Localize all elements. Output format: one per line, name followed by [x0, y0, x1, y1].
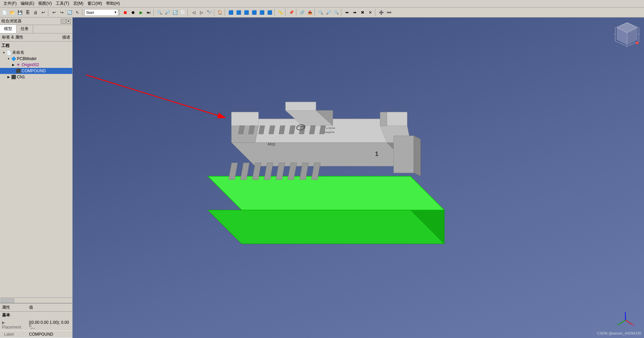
- panel-close-button[interactable]: ✕: [66, 19, 71, 24]
- menu-file[interactable]: 文件(F): [1, 0, 19, 7]
- svg-marker-13: [231, 142, 411, 166]
- view-front-button[interactable]: 🟦: [227, 9, 234, 16]
- sep4: [153, 9, 155, 16]
- close-all-button[interactable]: ✖: [359, 9, 366, 16]
- tree-section-label: 工程: [0, 42, 72, 49]
- props-val-placement[interactable]: [(0.00 0.00 1.00); 0.00 °;...: [27, 320, 72, 330]
- view-box-button[interactable]: 🔭: [205, 9, 213, 16]
- zoom-fit2-button[interactable]: 🔍: [317, 9, 324, 16]
- attach-button[interactable]: 📌: [288, 9, 295, 16]
- zoom-out2-button[interactable]: 🔍: [332, 9, 340, 16]
- toolbar: 📄 📂 💾 🗄 🖨 ↩ ↩ ↪ 🔄 ↖ Start ▾ ⏹ ⏺ ▶ ⏭ 🔍 🔎 …: [0, 7, 644, 18]
- tree-label-unnamed: 未命名: [12, 50, 24, 55]
- view-right-button[interactable]: 🟦: [258, 9, 266, 16]
- left-panel: 组合浏览器 □ ✕ 模型 任务 标签 & 属性 描述 工程 ▾ �: [0, 18, 73, 338]
- view-back-button[interactable]: 🟦: [235, 9, 242, 16]
- menubar: 文件(F) 编辑(E) 视图(V) 工具(T) 宏(M) 窗口(W) 帮助(H): [0, 0, 644, 7]
- tree-item-cn1[interactable]: ▶ ⬛ CN1: [0, 74, 72, 80]
- print-button[interactable]: 🖨: [32, 9, 39, 16]
- macro-rec-button[interactable]: ⏺: [129, 9, 137, 16]
- open-button[interactable]: 📂: [8, 9, 16, 16]
- add-button[interactable]: ➕: [377, 9, 385, 16]
- props-row-label: Label COMPOUND: [0, 331, 72, 338]
- props-key-placement: ▶ Placement: [0, 320, 27, 330]
- svg-line-50: [619, 320, 625, 324]
- svg-marker-16: [231, 126, 258, 142]
- svg-line-48: [625, 320, 632, 324]
- menu-help[interactable]: 帮助(H): [104, 0, 122, 7]
- h-scroll[interactable]: [0, 297, 72, 303]
- view-left-button[interactable]: 🟦: [266, 9, 273, 16]
- view-bottom-button[interactable]: 🟦: [250, 9, 258, 16]
- tree-item-unnamed[interactable]: ▾ 📄 未命名: [0, 49, 72, 56]
- svg-text:MX5: MX5: [267, 142, 276, 147]
- panel-controls: □ ✕: [61, 19, 71, 24]
- pointer-button[interactable]: ↖: [74, 9, 81, 16]
- measure-button[interactable]: 📏: [277, 9, 284, 16]
- back2-button[interactable]: ⬅: [343, 9, 351, 16]
- tree-toggle-origin[interactable]: ▶: [11, 62, 16, 67]
- svg-marker-41: [394, 136, 414, 173]
- h-scroll-thumb[interactable]: [1, 298, 14, 303]
- forward-button[interactable]: ▷: [198, 9, 205, 16]
- svg-text:←: ←: [614, 33, 616, 36]
- tree-item-compound[interactable]: ⬛ COMPOUND: [0, 68, 72, 74]
- menu-window[interactable]: 窗口(W): [85, 0, 104, 7]
- menu-tools[interactable]: 工具(T): [54, 0, 71, 7]
- tree-item-pcbmodel[interactable]: ▾ 🔷 PCBModel: [0, 56, 72, 62]
- tree-toggle-cn1[interactable]: ▶: [6, 75, 11, 79]
- tree-label-cn1: CN1: [17, 75, 25, 79]
- step-button[interactable]: ⏭: [145, 9, 152, 16]
- svg-text:↑: ↑: [626, 45, 627, 48]
- viewport[interactable]: ↑ ← →: [73, 18, 644, 338]
- document-icon: 📄: [6, 50, 11, 55]
- link-button[interactable]: 🔗: [298, 9, 306, 16]
- forward2-button[interactable]: ➡: [351, 9, 358, 16]
- sep10: [296, 9, 297, 16]
- tree-toggle-unnamed[interactable]: ▾: [1, 50, 6, 55]
- saveas-button[interactable]: 🗄: [24, 9, 31, 16]
- tree-label-pcbmodel: PCBModel: [17, 56, 36, 61]
- zoom-in-button[interactable]: 🔎: [164, 9, 171, 16]
- sep1: [48, 9, 49, 16]
- props-val-label[interactable]: COMPOUND: [27, 332, 72, 337]
- menu-edit[interactable]: 编辑(E): [19, 0, 36, 7]
- zoom-in2-button[interactable]: 🔎: [325, 9, 332, 16]
- remove-button[interactable]: ➖: [385, 9, 393, 16]
- svg-marker-40: [380, 112, 387, 126]
- close2-button[interactable]: ✕: [367, 9, 374, 16]
- tree-item-origin[interactable]: ▶ ✳ Origin002: [0, 62, 72, 68]
- tab-bar: 模型 任务: [0, 25, 72, 33]
- tree-toggle-pcbmodel[interactable]: ▾: [6, 56, 11, 61]
- svg-text:Y: Y: [617, 323, 619, 327]
- box-zoom-button[interactable]: ⬜: [179, 9, 187, 16]
- undo-button[interactable]: ↩: [50, 9, 58, 16]
- orbit-button[interactable]: 🔃: [171, 9, 179, 16]
- restore-button[interactable]: □: [61, 19, 66, 24]
- new-button[interactable]: 📄: [1, 9, 8, 16]
- zoom-fit-button[interactable]: 🔍: [156, 9, 163, 16]
- back-button[interactable]: ◁: [190, 9, 197, 16]
- pcb-3d-scene: MX5 LCEDA EasyEDA 1: [191, 58, 461, 261]
- sep3: [119, 9, 121, 16]
- tab-model[interactable]: 模型: [0, 25, 17, 33]
- panel-title: 组合浏览器: [1, 18, 22, 24]
- macro-play-button[interactable]: ▶: [137, 9, 145, 16]
- start-dropdown[interactable]: Start ▾: [84, 9, 118, 16]
- stop-button[interactable]: ⏹: [122, 9, 129, 16]
- view-home-button[interactable]: 🏠: [216, 9, 224, 16]
- tree-toggle-compound[interactable]: [11, 69, 16, 73]
- sep7: [225, 9, 226, 16]
- export-button[interactable]: 📤: [306, 9, 314, 16]
- view-top-button[interactable]: 🟦: [243, 9, 250, 16]
- refresh-button[interactable]: 🔄: [66, 9, 73, 16]
- menu-macro[interactable]: 宏(M): [71, 0, 85, 7]
- sep6: [214, 9, 215, 16]
- save-button[interactable]: 💾: [16, 9, 24, 16]
- redo-button[interactable]: ↪: [58, 9, 66, 16]
- undo-list-button[interactable]: ↩: [40, 9, 47, 16]
- tab-task[interactable]: 任务: [17, 25, 33, 33]
- tree-scroll-area[interactable]: 工程 ▾ 📄 未命名 ▾ 🔷 PCBModel: [0, 42, 72, 297]
- menu-view[interactable]: 视图(V): [36, 0, 54, 7]
- nav-cube[interactable]: ↑ ← →: [614, 21, 641, 48]
